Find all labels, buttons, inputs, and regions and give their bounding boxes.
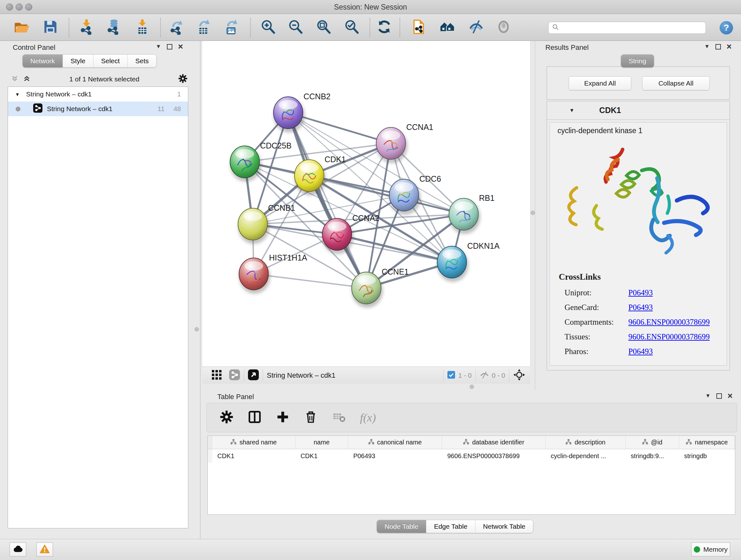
add-column-icon[interactable]: [276, 410, 290, 425]
network-node-CDC6[interactable]: CDC6: [389, 174, 441, 215]
show-columns-icon[interactable]: [248, 410, 262, 425]
search-input[interactable]: [559, 24, 700, 32]
warnings-button[interactable]: [37, 543, 53, 557]
birdseye-toggle-button[interactable]: [495, 18, 513, 37]
grid-view-icon[interactable]: [211, 369, 222, 381]
expand-all-tree-icon[interactable]: [11, 75, 18, 84]
table-cell[interactable]: stringdb:9...: [626, 449, 679, 462]
left-splitter-handle[interactable]: [195, 327, 199, 331]
float-panel-icon[interactable]: [717, 393, 722, 399]
zoom-out-button[interactable]: [286, 18, 305, 37]
protein-structure-image: [556, 140, 722, 267]
crosslink-value-link[interactable]: 9606.ENSP00000378699: [628, 332, 710, 341]
crosslink-value-link[interactable]: P06493: [628, 288, 653, 297]
save-floppy-icon: [43, 19, 58, 36]
close-panel-icon[interactable]: ×: [727, 44, 732, 50]
collapse-entry-icon[interactable]: ▼: [569, 108, 575, 113]
network-node-CDK1[interactable]: CDK1: [294, 155, 346, 195]
apply-layout-button[interactable]: [375, 18, 393, 37]
column-header-description[interactable]: description: [546, 436, 626, 449]
column-header-database-identifier[interactable]: database identifier: [442, 436, 545, 449]
tab-style[interactable]: Style: [63, 55, 93, 67]
gene-header-row[interactable]: ▼ CDK1: [547, 101, 730, 120]
save-session-button[interactable]: [42, 18, 59, 37]
float-panel-icon[interactable]: [716, 44, 721, 50]
column-header-namespace[interactable]: namespace: [679, 436, 735, 449]
import-network-file-button[interactable]: [77, 18, 95, 37]
crosslink-value-link[interactable]: 9606.ENSP00000378699: [628, 318, 710, 326]
column-header--id[interactable]: @id: [626, 436, 679, 449]
zoom-out-icon: [287, 19, 304, 36]
tab-sets[interactable]: Sets: [128, 55, 156, 67]
table-cell[interactable]: 9606.ENSP00000378699: [442, 449, 545, 462]
collapse-panel-icon[interactable]: ▼: [156, 44, 161, 50]
tab-node-table[interactable]: Node Table: [377, 520, 426, 533]
collapse-all-button[interactable]: Collapse All: [642, 76, 710, 90]
collapse-all-tree-icon[interactable]: [23, 75, 30, 84]
crosslink-value-link[interactable]: P06493: [628, 303, 653, 312]
delete-column-icon[interactable]: [304, 410, 318, 425]
string-network-icon: [33, 104, 43, 114]
open-folder-icon: [14, 19, 30, 36]
table-cell[interactable]: cyclin-dependent ...: [546, 449, 626, 462]
node-label: CDKN1A: [467, 241, 500, 250]
network-node-RB1[interactable]: RB1: [449, 193, 495, 234]
export-table-button[interactable]: [194, 18, 212, 37]
table-cell[interactable]: CDK1: [295, 449, 348, 462]
column-header-shared-name[interactable]: shared name: [212, 436, 295, 449]
collapse-panel-icon[interactable]: ▼: [705, 393, 711, 399]
zoom-in-button[interactable]: [259, 18, 277, 37]
collapse-panel-icon[interactable]: ▼: [704, 44, 710, 50]
right-splitter-handle[interactable]: [531, 211, 535, 215]
network-node-CCNB2[interactable]: CCNB2: [273, 92, 331, 132]
close-panel-icon[interactable]: ×: [728, 393, 733, 399]
canvas-right-splitter[interactable]: [530, 41, 535, 367]
view-share-icon[interactable]: [229, 369, 240, 381]
crosslink-row: Compartments:9606.ENSP00000378699: [564, 315, 710, 329]
tab-network-table[interactable]: Network Table: [475, 520, 533, 533]
network-canvas[interactable]: CCNB2CCNA1CDC25BCDK1CDC6RB1CCNB1CCNA2CDK…: [202, 41, 530, 367]
toolbar-search: [548, 22, 706, 34]
table-settings-gear-icon[interactable]: [219, 410, 233, 425]
export-image-button[interactable]: [222, 18, 240, 37]
table-cell[interactable]: P06493: [348, 449, 442, 462]
tab-string[interactable]: String: [621, 55, 654, 67]
network-options-gear-icon[interactable]: [178, 74, 188, 84]
tab-select[interactable]: Select: [93, 55, 128, 67]
network-collection-row[interactable]: ▼ String Network – cdk1 1: [8, 87, 188, 102]
zoom-fit-button[interactable]: [315, 18, 333, 37]
help-button[interactable]: ?: [720, 21, 733, 35]
crosshair-icon[interactable]: [513, 369, 525, 382]
column-header-name[interactable]: name: [295, 436, 348, 449]
tab-edge-table[interactable]: Edge Table: [426, 520, 475, 533]
network-row-selected[interactable]: String Network – cdk1 11 48: [8, 102, 188, 116]
open-session-button[interactable]: [13, 18, 30, 37]
export-network-button[interactable]: [167, 18, 185, 37]
show-all-views-button[interactable]: [439, 18, 456, 37]
table-row[interactable]: CDK1CDK1P064939606.ENSP00000378699cyclin…: [208, 449, 735, 462]
network-node-CCNE1[interactable]: CCNE1: [352, 267, 409, 308]
crosslink-value-link[interactable]: P06493: [628, 347, 653, 356]
table-cell[interactable]: CDK1: [212, 449, 295, 462]
import-table-file-button[interactable]: [133, 18, 151, 37]
tree-expander-icon[interactable]: ▼: [15, 91, 20, 97]
network-node-HIST1H1A[interactable]: HIST1H1A: [239, 253, 307, 294]
network-node-CCNB1[interactable]: CCNB1: [238, 203, 295, 244]
network-graph: CCNB2CCNA1CDC25BCDK1CDC6RB1CCNB1CCNA2CDK…: [202, 41, 530, 367]
import-network-database-button[interactable]: [105, 18, 122, 37]
graphics-details-button[interactable]: [467, 18, 485, 37]
detach-view-icon[interactable]: [248, 369, 259, 381]
network-node-CDKN1A[interactable]: CDKN1A: [437, 241, 500, 282]
tab-network[interactable]: Network: [23, 55, 63, 67]
network-edge[interactable]: [254, 274, 366, 288]
first-neighbors-button[interactable]: [410, 18, 428, 37]
close-panel-icon[interactable]: ×: [178, 44, 183, 50]
memory-button[interactable]: Memory: [691, 543, 730, 557]
table-cell[interactable]: stringdb: [679, 449, 735, 462]
zoom-selected-button[interactable]: [343, 18, 360, 37]
expand-all-button[interactable]: Expand All: [569, 76, 631, 90]
float-panel-icon[interactable]: [167, 44, 172, 50]
column-header-canonical-name[interactable]: canonical name: [348, 436, 442, 449]
horizontal-splitter-handle[interactable]: [470, 385, 474, 389]
cloud-status-button[interactable]: [10, 543, 26, 557]
